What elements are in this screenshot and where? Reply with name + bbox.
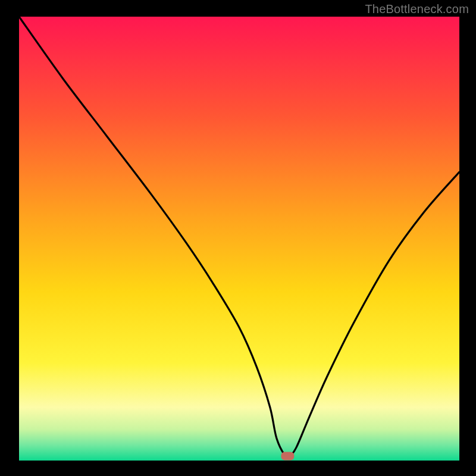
sweet-spot-marker <box>281 452 294 461</box>
bottleneck-chart <box>0 0 476 476</box>
watermark-text: TheBottleneck.com <box>365 2 469 16</box>
chart-frame: { "watermark": "TheBottleneck.com", "cha… <box>0 0 476 476</box>
plot-background <box>19 17 459 461</box>
